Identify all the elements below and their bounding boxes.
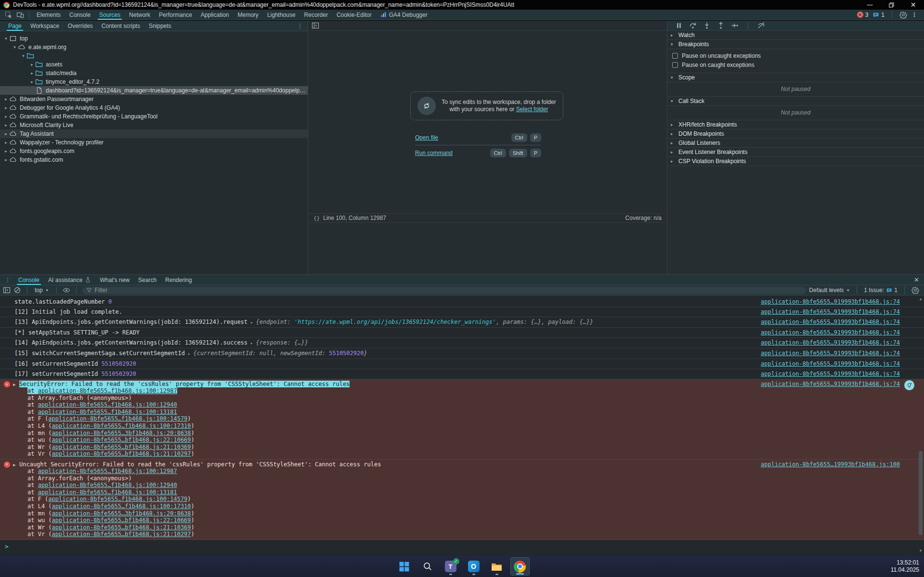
console-settings-gear-icon[interactable] bbox=[911, 286, 919, 294]
drawer-tab-what-s-new[interactable]: What's new bbox=[95, 275, 134, 285]
console-source-link[interactable]: application-8bfe5655…19993bf1b468.js:100 bbox=[761, 461, 900, 468]
settings-gear-icon[interactable] bbox=[899, 11, 907, 19]
tree-item[interactable]: ▸Tag Assistant bbox=[0, 129, 308, 138]
tab-console[interactable]: Console bbox=[65, 10, 95, 20]
issues-count-badge[interactable]: 1 bbox=[872, 12, 885, 18]
expander-open-icon[interactable]: ▾ bbox=[3, 36, 9, 41]
expander-closed-icon[interactable]: ▸ bbox=[3, 140, 9, 145]
tree-item[interactable]: ▸fonts.googleapis.com bbox=[0, 147, 308, 155]
step-over-icon[interactable] bbox=[689, 22, 697, 29]
stack-source-link[interactable]: application-8bfe5655…f1b468.js:100:13181 bbox=[38, 489, 177, 496]
stack-source-link[interactable]: application-8bfe5655…bf1b468.js:21:10369 bbox=[52, 444, 191, 450]
checkbox-unchecked[interactable] bbox=[672, 62, 678, 68]
step-out-icon[interactable] bbox=[717, 22, 725, 29]
checkbox-unchecked[interactable] bbox=[672, 53, 678, 59]
console-prompt[interactable]: > bbox=[0, 540, 924, 553]
tree-item[interactable]: ▾top bbox=[0, 34, 308, 43]
expander-closed-icon[interactable]: ▸ bbox=[3, 97, 9, 102]
subtab-page[interactable]: Page bbox=[4, 21, 26, 31]
stack-source-link[interactable]: application-8bfe5655…f1b468.js:100:14579 bbox=[48, 496, 187, 502]
navigator-more-icon[interactable]: ⋮ bbox=[297, 23, 308, 29]
stack-source-link[interactable]: application-8bfe5655…f1b468.js:100:12940 bbox=[38, 482, 177, 488]
subtab-content-scripts[interactable]: Content scripts bbox=[97, 21, 144, 31]
console-source-link[interactable]: application-8bfe5655…919993bf1b468.js:74 bbox=[761, 319, 900, 325]
tree-item[interactable]: ▸Bitwarden Passwortmanager bbox=[0, 95, 308, 103]
outlook-taskbar-icon[interactable]: O bbox=[464, 557, 483, 576]
stack-source-link[interactable]: application-8bfe5655…bf1b468.js:21:10369 bbox=[52, 524, 191, 531]
expander-closed-icon[interactable]: ▸ bbox=[3, 149, 9, 154]
pause-script-icon[interactable] bbox=[675, 22, 683, 29]
expand-object-icon[interactable]: ▸ bbox=[188, 350, 190, 357]
tab-ga4-debugger[interactable]: GA4 Debugger bbox=[376, 10, 432, 20]
tab-performance[interactable]: Performance bbox=[155, 10, 196, 20]
stack-source-link[interactable]: application-8bfe5655…bf1b468.js:22:10669 bbox=[52, 436, 191, 443]
deactivate-breakpoints-icon[interactable] bbox=[757, 22, 765, 29]
teams-taskbar-icon[interactable]: T✓ bbox=[441, 557, 460, 576]
tree-item[interactable]: ▸Wappalyzer - Technology profiler bbox=[0, 138, 308, 147]
log-levels-selector[interactable]: Default levels ▼ bbox=[809, 287, 850, 294]
drawer-tab-search[interactable]: Search bbox=[134, 275, 161, 285]
expander-closed-icon[interactable]: ▸ bbox=[3, 114, 9, 119]
pretty-print-icon[interactable]: {} bbox=[313, 215, 320, 221]
section-event-listener-breakpoints[interactable]: ▸Event Listener Breakpoints bbox=[667, 148, 924, 157]
clear-console-icon[interactable] bbox=[13, 286, 21, 294]
select-folder-link[interactable]: Select folder bbox=[516, 106, 548, 113]
maximize-button[interactable] bbox=[881, 0, 902, 10]
checkbox-row[interactable]: Pause on caught exceptions bbox=[667, 61, 924, 69]
stack-source-link[interactable]: application-8bfe5655…f1b468.js:100:14579 bbox=[48, 415, 187, 422]
context-selector[interactable]: top ▼ bbox=[33, 287, 51, 294]
console-source-link[interactable]: application-8bfe5655…919993bf1b468.js:74 bbox=[761, 339, 900, 346]
tree-item[interactable]: ▾ bbox=[0, 51, 308, 60]
console-source-link[interactable]: application-8bfe5655…919993bf1b468.js:74 bbox=[761, 381, 900, 387]
tree-item[interactable]: ▸Debugger for Google Analytics 4 (GA4) bbox=[0, 103, 308, 112]
console-source-link[interactable]: application-8bfe5655…919993bf1b468.js:74 bbox=[761, 308, 900, 315]
scrollbar-thumb[interactable] bbox=[919, 451, 923, 535]
console-filter-input[interactable]: Filter bbox=[82, 287, 807, 294]
live-expression-eye-icon[interactable] bbox=[63, 286, 70, 294]
expander-closed-icon[interactable]: ▸ bbox=[3, 131, 9, 136]
section-watch[interactable]: ▸Watch bbox=[667, 31, 924, 40]
section-global-listeners[interactable]: ▸Global Listeners bbox=[667, 139, 924, 148]
drawer-tab-rendering[interactable]: Rendering bbox=[161, 275, 196, 285]
tree-item[interactable]: ▸static/media bbox=[0, 69, 308, 77]
error-count-badge[interactable]: ✕ 3 bbox=[857, 12, 869, 18]
tab-lighthouse[interactable]: Lighthouse bbox=[263, 10, 300, 20]
expander-closed-icon[interactable]: ▸ bbox=[29, 79, 35, 84]
tab-recorder[interactable]: Recorder bbox=[300, 10, 332, 20]
scroll-up-icon[interactable]: ▲ bbox=[918, 297, 924, 301]
more-options-icon[interactable]: ⋮ bbox=[911, 12, 917, 18]
close-drawer-icon[interactable]: ✕ bbox=[909, 276, 924, 283]
stack-source-link[interactable]: application-8bfe5655…bf1b468.js:21:10297 bbox=[52, 531, 191, 538]
minimize-button[interactable]: — bbox=[859, 0, 881, 10]
section-csp-violation-breakpoints[interactable]: ▸CSP Violation Breakpoints bbox=[667, 157, 924, 166]
explorer-taskbar-icon[interactable] bbox=[487, 557, 507, 576]
console-sidebar-icon[interactable] bbox=[3, 286, 11, 294]
stack-source-link[interactable]: application-8bfe5655…f1b468.js:100:12940 bbox=[38, 401, 177, 408]
stack-source-link[interactable]: application-8bfe5655…bf1b468.js:22:10669 bbox=[52, 517, 191, 524]
console-source-link[interactable]: application-8bfe5655…919993bf1b468.js:74 bbox=[761, 360, 900, 367]
drawer-tab-ai-assistance[interactable]: AI assistance bbox=[44, 275, 95, 285]
issues-counter[interactable]: 1 Issue: 1 bbox=[864, 287, 898, 294]
stack-source-link[interactable]: application-8bfe5655…f1b468.js:100:13181 bbox=[38, 409, 177, 415]
drawer-tab-console[interactable]: Console bbox=[14, 275, 44, 285]
console-source-link[interactable]: application-8bfe5655…919993bf1b468.js:74 bbox=[761, 329, 900, 336]
expander-closed-icon[interactable]: ▸ bbox=[3, 157, 9, 162]
section-scope[interactable]: ▾Scope bbox=[667, 73, 924, 82]
expander-closed-icon[interactable]: ▸ bbox=[29, 62, 35, 67]
taskbar-clock[interactable]: 13:52:01 11.04.2025 bbox=[891, 556, 919, 577]
step-into-icon[interactable] bbox=[703, 22, 711, 29]
close-button[interactable]: ✕ bbox=[902, 0, 924, 10]
stack-source-link[interactable]: application-8bfe5655…f1b468.js:100:12987 bbox=[38, 387, 177, 394]
stack-source-link[interactable]: application-8bfe5655…3bf1b468.js:20:8638 bbox=[52, 510, 191, 517]
tree-item[interactable]: ▸tinymce_editor_4.7.2 bbox=[0, 77, 308, 86]
tree-item[interactable]: ▾e.ate.wpml.org bbox=[0, 43, 308, 51]
explain-error-ai-icon[interactable] bbox=[904, 380, 914, 390]
stack-source-link[interactable]: application-8bfe5655…f1b468.js:100:17310 bbox=[52, 503, 191, 510]
console-source-link[interactable]: application-8bfe5655…919993bf1b468.js:74 bbox=[761, 371, 900, 377]
tree-item[interactable]: ▸Microsoft Clarity Live bbox=[0, 121, 308, 129]
console-scrollbar[interactable]: ▲ ▼ bbox=[918, 297, 924, 553]
tab-sources[interactable]: Sources bbox=[95, 10, 125, 20]
section-call-stack[interactable]: ▾Call Stack bbox=[667, 97, 924, 106]
expander-closed-icon[interactable]: ▶ bbox=[13, 381, 15, 388]
start-taskbar-icon[interactable] bbox=[395, 557, 414, 576]
